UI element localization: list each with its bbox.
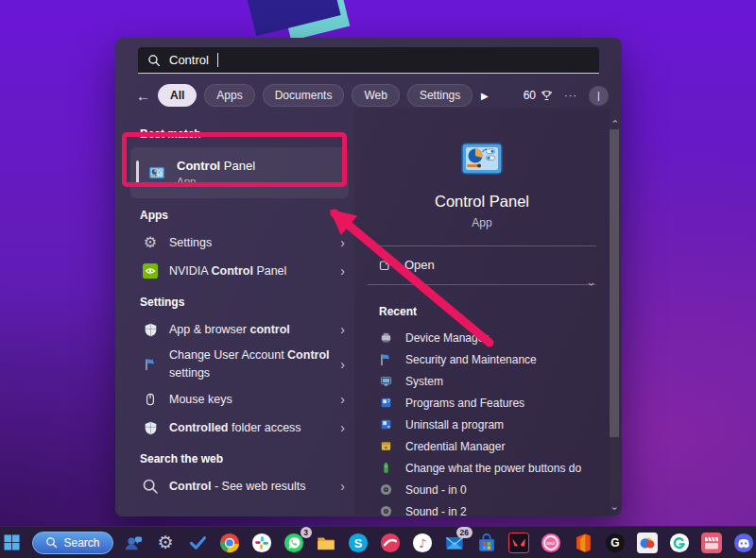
result-label: App & browser control bbox=[169, 323, 330, 336]
scrollbar[interactable]: › › bbox=[609, 117, 620, 512]
recent-item-label: Change what the power buttons do bbox=[405, 462, 581, 475]
rewards-count: 60 bbox=[524, 89, 536, 102]
chevron-right-icon: › bbox=[340, 479, 351, 494]
filter-row: ← AllAppsDocumentsWebSettingsPeopleFold … bbox=[136, 83, 609, 108]
result-label: Settings bbox=[169, 236, 330, 249]
filter-tab-web[interactable]: Web bbox=[352, 84, 399, 107]
svg-text:♪: ♪ bbox=[419, 536, 426, 550]
scrollbar-thumb[interactable] bbox=[610, 129, 619, 437]
filter-tab-settings[interactable]: Settings bbox=[407, 84, 472, 107]
chevron-down-icon[interactable]: › bbox=[585, 282, 598, 286]
file-explorer-icon[interactable] bbox=[315, 531, 338, 554]
recent-item[interactable]: Sound - in 2 bbox=[379, 500, 610, 522]
recent-item-label: System bbox=[405, 375, 443, 388]
chevron-right-icon: › bbox=[340, 392, 351, 407]
sound-speaker-icon bbox=[379, 505, 392, 518]
media-swirl-icon[interactable] bbox=[379, 531, 403, 554]
chevron-right-icon: › bbox=[340, 420, 351, 435]
osu-icon[interactable]: osu! bbox=[540, 531, 563, 554]
recent-item-label: Uninstall a program bbox=[405, 418, 504, 431]
whatsapp-icon[interactable]: 3 bbox=[283, 531, 306, 554]
power-battery-icon bbox=[379, 462, 392, 475]
skype-icon[interactable]: S bbox=[347, 531, 370, 554]
recent-item[interactable]: Programs and Features bbox=[379, 392, 610, 414]
svg-text:S: S bbox=[354, 535, 363, 550]
filter-tab-all[interactable]: All bbox=[158, 84, 197, 107]
recent-item-label: Programs and Features bbox=[405, 397, 524, 410]
sound-speaker-icon bbox=[379, 483, 392, 497]
programs-features-icon bbox=[379, 397, 392, 410]
result-label: Change User Account Control settings bbox=[169, 347, 330, 382]
mouse-icon bbox=[142, 391, 159, 408]
valorant-icon[interactable] bbox=[507, 531, 531, 554]
result-label: Controlled folder access bbox=[169, 421, 330, 434]
user-avatar[interactable]: | bbox=[589, 86, 609, 106]
todo-check-icon[interactable] bbox=[186, 531, 210, 554]
scroll-down-icon[interactable]: › bbox=[610, 503, 620, 515]
scroll-up-icon[interactable]: › bbox=[610, 116, 620, 127]
discord-icon[interactable] bbox=[732, 531, 756, 554]
result-label: Mouse keys bbox=[169, 393, 330, 406]
search-input[interactable]: Control bbox=[138, 47, 599, 74]
notification-badge: 26 bbox=[456, 527, 472, 538]
security-shield-icon bbox=[142, 419, 159, 436]
recent-item-label: Sound - in 0 bbox=[405, 483, 467, 497]
windows-start-icon[interactable] bbox=[0, 531, 24, 554]
search-query-text: Control bbox=[169, 53, 209, 67]
slack-icon[interactable] bbox=[250, 531, 274, 554]
notification-badge: 3 bbox=[301, 527, 312, 538]
recent-item[interactable]: Credential Manager bbox=[379, 435, 610, 457]
rewards-points[interactable]: 60 bbox=[524, 89, 553, 102]
security-shield-icon bbox=[142, 321, 159, 338]
system-monitor-icon bbox=[379, 375, 392, 388]
uninstall-program-icon bbox=[379, 418, 392, 431]
settings-gear-icon[interactable]: ⚙ bbox=[154, 531, 178, 554]
filter-tabs: AllAppsDocumentsWebSettingsPeopleFold bbox=[158, 84, 473, 107]
grammarly-icon[interactable] bbox=[668, 531, 692, 554]
logitech-g-icon[interactable]: G bbox=[604, 531, 627, 554]
filter-tab-documents[interactable]: Documents bbox=[263, 84, 345, 107]
taskbar: Search ⚙3S♪26osu!G bbox=[0, 526, 756, 558]
taskbar-search-pill[interactable]: Search bbox=[32, 532, 112, 554]
recent-item-label: Security and Maintenance bbox=[405, 353, 537, 366]
settings-gear-icon: ⚙ bbox=[142, 234, 159, 251]
recent-item[interactable]: System bbox=[379, 370, 610, 392]
chrome-icon[interactable] bbox=[218, 531, 242, 554]
web-search-icon bbox=[142, 478, 159, 495]
search-icon bbox=[45, 536, 58, 549]
result-row[interactable]: Mouse keys› bbox=[140, 385, 351, 414]
recent-item[interactable]: Sound - in 0 bbox=[379, 479, 610, 500]
options-menu-icon[interactable]: ··· bbox=[564, 90, 577, 101]
recent-item-label: Sound - in 2 bbox=[405, 505, 467, 518]
back-arrow-icon[interactable]: ← bbox=[136, 88, 150, 104]
recent-item-label: Credential Manager bbox=[405, 440, 505, 453]
control-panel-icon bbox=[459, 136, 505, 181]
svg-text:G: G bbox=[610, 536, 619, 550]
nvidia-icon bbox=[142, 262, 159, 279]
trophy-icon bbox=[541, 90, 553, 102]
more-tabs-icon[interactable]: ▶ bbox=[481, 91, 489, 101]
credential-manager-icon bbox=[379, 440, 392, 453]
people-chat-icon[interactable] bbox=[122, 531, 146, 554]
taskbar-search-label: Search bbox=[63, 536, 99, 550]
taskbar-icons: ⚙3S♪26osu!G bbox=[122, 531, 756, 554]
recent-item[interactable]: Change what the power buttons do bbox=[379, 457, 610, 479]
search-icon bbox=[147, 54, 161, 67]
recent-list: Device ManagerSecurity and MaintenanceSy… bbox=[354, 327, 610, 522]
video-editor-icon[interactable] bbox=[700, 531, 724, 554]
result-row[interactable]: Control - See web results› bbox=[140, 472, 351, 500]
office-icon[interactable] bbox=[572, 531, 595, 554]
text-caret bbox=[217, 53, 218, 67]
filter-tab-apps[interactable]: Apps bbox=[204, 84, 254, 107]
annotation-arrow bbox=[312, 189, 501, 354]
ms-store-icon[interactable] bbox=[475, 531, 499, 554]
annotation-rectangle bbox=[122, 132, 347, 187]
recent-item[interactable]: Uninstall a program bbox=[379, 414, 610, 435]
security-flag-icon bbox=[379, 353, 392, 366]
uac-flag-icon bbox=[142, 356, 159, 373]
result-row[interactable]: Controlled folder access› bbox=[140, 414, 351, 442]
section-header: Search the web bbox=[140, 452, 354, 465]
photos-icon[interactable] bbox=[636, 531, 660, 554]
mail-icon[interactable]: 26 bbox=[443, 531, 467, 554]
itunes-icon[interactable]: ♪ bbox=[411, 531, 435, 554]
